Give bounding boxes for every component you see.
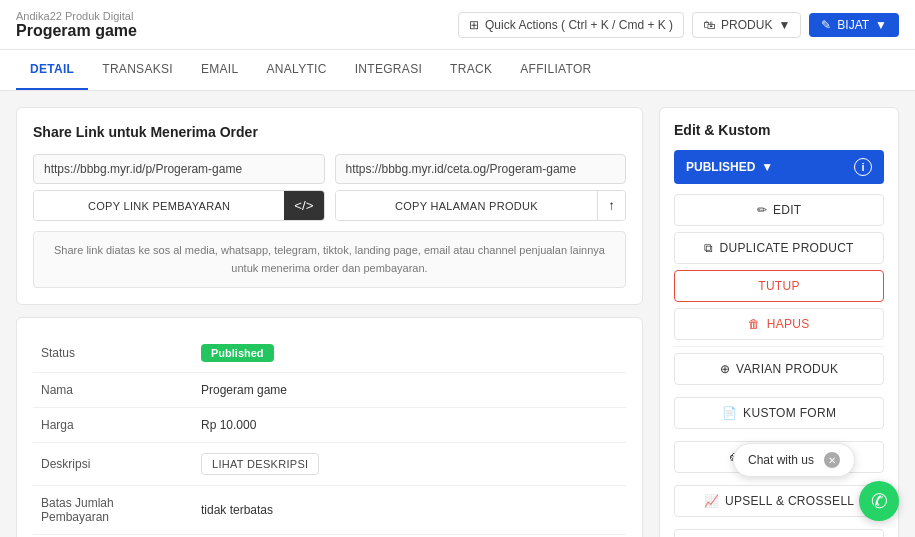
row-value-nama: Progeram game xyxy=(193,373,626,408)
produk-icon: 🛍 xyxy=(703,18,715,32)
kustom-form-icon: 📄 xyxy=(722,406,737,420)
copy-link-icon-button[interactable]: </> xyxy=(284,191,323,220)
bijat-icon: ✎ xyxy=(821,18,831,32)
tab-integrasi[interactable]: INTEGRASI xyxy=(341,50,436,90)
link-input-2[interactable] xyxy=(335,154,627,184)
share-link-card: Share Link untuk Menerima Order COPY LIN… xyxy=(16,107,643,305)
produk-button[interactable]: 🛍 PRODUK ▼ xyxy=(692,12,801,38)
published-bar-left: PUBLISHED ▼ xyxy=(686,160,773,174)
share-link-title: Share Link untuk Menerima Order xyxy=(33,124,626,140)
published-info-icon[interactable]: i xyxy=(854,158,872,176)
row-label-nama: Nama xyxy=(33,373,193,408)
status-badge: Published xyxy=(201,344,274,362)
divider xyxy=(674,346,884,347)
tabs-bar: DETAIL TRANSAKSI EMAIL ANALYTIC INTEGRAS… xyxy=(0,50,915,91)
tab-detail[interactable]: DETAIL xyxy=(16,50,88,90)
rating-review-button[interactable]: ⭐ RATING & REVIEW xyxy=(674,529,884,537)
hapus-icon: 🗑 xyxy=(748,317,760,331)
chat-bubble[interactable]: Chat with us ✕ xyxy=(733,443,855,477)
varian-icon: ⊕ xyxy=(720,362,730,376)
table-row: Harga Rp 10.000 xyxy=(33,408,626,443)
info-table: Status Published Nama Progeram game Harg… xyxy=(33,334,626,537)
tab-track[interactable]: TRACK xyxy=(436,50,506,90)
edit-button[interactable]: ✏ EDIT xyxy=(674,194,884,226)
row-value-deskripsi: LIHAT DESKRIPSI xyxy=(193,443,626,486)
edit-kustom-title: Edit & Kustom xyxy=(674,122,884,138)
chat-label: Chat with us xyxy=(748,453,814,467)
row-label-status: Status xyxy=(33,334,193,373)
published-bar[interactable]: PUBLISHED ▼ i xyxy=(674,150,884,184)
whatsapp-fab-button[interactable]: ✆ xyxy=(859,481,899,521)
tutup-button[interactable]: TUTUP xyxy=(674,270,884,302)
kustom-form-label: KUSTOM FORM xyxy=(743,406,836,420)
top-bar-right: ⊞ Quick Actions ( Ctrl + K / Cmd + K ) 🛍… xyxy=(458,12,899,38)
duplicate-label: DUPLICATE PRODUCT xyxy=(720,241,854,255)
top-bar: Andika22 Produk Digital Progeram game ⊞ … xyxy=(0,0,915,50)
published-label: PUBLISHED xyxy=(686,160,755,174)
bijat-button[interactable]: ✎ BIJAT ▼ xyxy=(809,13,899,37)
share-note: Share link diatas ke sos al media, whats… xyxy=(33,231,626,288)
upsell-icon: 📈 xyxy=(704,494,719,508)
quick-actions-button[interactable]: ⊞ Quick Actions ( Ctrl + K / Cmd + K ) xyxy=(458,12,684,38)
table-row: Status Published xyxy=(33,334,626,373)
table-row: Deskripsi LIHAT DESKRIPSI xyxy=(33,443,626,486)
copy-halaman-icon-button[interactable]: ↑ xyxy=(597,191,625,220)
link-input-1[interactable] xyxy=(33,154,325,184)
row-value-batas: tidak terbatas xyxy=(193,486,626,535)
link-box-1: COPY LINK PEMBAYARAN </> xyxy=(33,154,325,221)
quick-actions-label: Quick Actions ( Ctrl + K / Cmd + K ) xyxy=(485,18,673,32)
code-icon: </> xyxy=(294,198,313,213)
row-label-deskripsi: Deskripsi xyxy=(33,443,193,486)
tutup-label: TUTUP xyxy=(758,279,800,293)
tab-analytic[interactable]: ANALYTIC xyxy=(252,50,340,90)
left-panel: Share Link untuk Menerima Order COPY LIN… xyxy=(16,107,643,537)
page-title: Progeram game xyxy=(16,22,137,40)
tab-transaksi[interactable]: TRANSAKSI xyxy=(88,50,187,90)
hapus-button[interactable]: 🗑 HAPUS xyxy=(674,308,884,340)
copy-halaman-group: COPY HALAMAN PRODUK ↑ xyxy=(335,190,627,221)
product-info-card: Status Published Nama Progeram game Harg… xyxy=(16,317,643,537)
produk-chevron-icon: ▼ xyxy=(778,18,790,32)
copy-halaman-button[interactable]: COPY HALAMAN PRODUK xyxy=(336,191,598,220)
link-box-2: COPY HALAMAN PRODUK ↑ xyxy=(335,154,627,221)
duplicate-icon: ⧉ xyxy=(704,241,713,255)
bijat-label: BIJAT xyxy=(837,18,869,32)
edit-label: EDIT xyxy=(773,203,802,217)
varian-produk-button[interactable]: ⊕ VARIAN PRODUK xyxy=(674,353,884,385)
varian-label: VARIAN PRODUK xyxy=(736,362,838,376)
hapus-label: HAPUS xyxy=(767,317,810,331)
row-value-harga: Rp 10.000 xyxy=(193,408,626,443)
edit-icon: ✏ xyxy=(757,203,767,217)
table-row: Batas Jumlah Pembayaran tidak terbatas xyxy=(33,486,626,535)
row-label-batas: Batas Jumlah Pembayaran xyxy=(33,486,193,535)
tab-email[interactable]: EMAIL xyxy=(187,50,253,90)
bijat-chevron-icon: ▼ xyxy=(875,18,887,32)
produk-label: PRODUK xyxy=(721,18,772,32)
breadcrumb: Andika22 Produk Digital xyxy=(16,10,137,22)
table-row: Nama Progeram game xyxy=(33,373,626,408)
upsell-label: UPSELL & CROSSELL xyxy=(725,494,854,508)
upload-icon: ↑ xyxy=(608,198,615,213)
lihat-deskripsi-button[interactable]: LIHAT DESKRIPSI xyxy=(201,453,319,475)
quick-actions-icon: ⊞ xyxy=(469,18,479,32)
upsell-crossell-button[interactable]: 📈 UPSELL & CROSSELL xyxy=(674,485,884,517)
row-label-harga: Harga xyxy=(33,408,193,443)
kustom-form-button[interactable]: 📄 KUSTOM FORM xyxy=(674,397,884,429)
top-bar-left: Andika22 Produk Digital Progeram game xyxy=(16,10,137,40)
duplicate-product-button[interactable]: ⧉ DUPLICATE PRODUCT xyxy=(674,232,884,264)
copy-link-group: COPY LINK PEMBAYARAN </> xyxy=(33,190,325,221)
published-chevron-icon: ▼ xyxy=(761,160,773,174)
tab-affiliator[interactable]: AFFILIATOR xyxy=(506,50,605,90)
row-value-status: Published xyxy=(193,334,626,373)
link-row: COPY LINK PEMBAYARAN </> COPY HALAMAN PR… xyxy=(33,154,626,221)
chat-close-button[interactable]: ✕ xyxy=(824,452,840,468)
copy-link-button[interactable]: COPY LINK PEMBAYARAN xyxy=(34,191,284,220)
whatsapp-icon: ✆ xyxy=(871,489,888,513)
